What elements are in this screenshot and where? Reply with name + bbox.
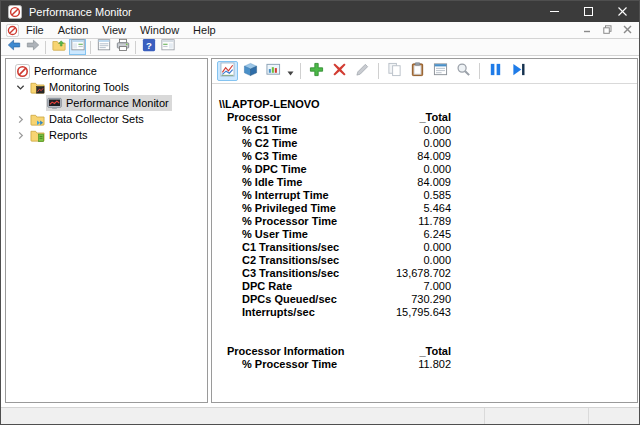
performance-root-icon (15, 64, 30, 79)
properties-icon (433, 62, 448, 81)
properties-button[interactable] (430, 61, 451, 81)
svg-text:?: ? (146, 40, 152, 51)
forward-icon (26, 38, 40, 56)
graph-type-dropdown-button[interactable] (285, 61, 296, 81)
report-section-gap (212, 319, 637, 345)
toolbar-separator (90, 41, 91, 54)
mdi-restore-button[interactable] (599, 24, 616, 37)
action-pane-toggle-button[interactable] (159, 39, 176, 55)
counter-object-value: _Total (352, 111, 451, 124)
main-toolbar: ? (1, 39, 639, 56)
counter-row-value: 5.464 (352, 202, 451, 215)
counter-row: % Processor Time11.802 (212, 358, 637, 371)
tree-item-body: Data Collector Sets (29, 111, 147, 127)
counter-row-value: 0.000 (352, 241, 451, 254)
mdi-minimize-button[interactable] (579, 24, 596, 37)
chevron-down-icon[interactable] (12, 79, 29, 95)
delete-icon (332, 62, 347, 81)
counter-row-value: 0.585 (352, 189, 451, 202)
change-graph-type-button[interactable] (263, 61, 284, 81)
menu-action[interactable]: Action (51, 24, 96, 36)
counter-row-label: C2 Transitions/sec (242, 254, 339, 266)
back-button[interactable] (5, 39, 22, 55)
tree-item-body: Performance (14, 63, 100, 79)
tree-item-label: Performance Monitor (66, 97, 169, 109)
tree-item-performance-monitor[interactable]: Performance Monitor (6, 95, 207, 111)
menu-file[interactable]: File (19, 24, 51, 36)
tree-item-performance[interactable]: Performance (6, 63, 207, 79)
counter-row-label: Interrupts/sec (242, 306, 315, 318)
counter-row: DPCs Queued/sec730.290 (212, 293, 637, 306)
folder-dcs-icon (30, 112, 45, 127)
counter-row-value: 11.802 (352, 358, 451, 371)
chevron-right-icon[interactable] (12, 111, 29, 127)
tree-selection: Performance Monitor (46, 95, 172, 111)
close-button[interactable] (605, 1, 639, 22)
maximize-button[interactable] (571, 1, 605, 22)
menu-view[interactable]: View (95, 24, 133, 36)
counter-row: % C2 Time0.000 (212, 137, 637, 150)
maximize-icon (583, 3, 594, 21)
menu-window[interactable]: Window (133, 24, 186, 36)
print-button[interactable] (114, 39, 131, 55)
counter-row: % Processor Time11.789 (212, 215, 637, 228)
delete-counter-button[interactable] (329, 61, 350, 81)
export-list-button[interactable] (95, 39, 112, 55)
minimize-icon (549, 3, 560, 21)
add-counter-button[interactable] (306, 61, 327, 81)
counter-row-label: % Privileged Time (242, 202, 336, 214)
minimize-button[interactable] (537, 1, 571, 22)
counter-row-label: DPCs Queued/sec (242, 293, 337, 305)
statusbar (1, 407, 639, 424)
view-log-data-button[interactable] (240, 61, 261, 81)
update-data-button[interactable] (508, 61, 529, 81)
counter-row-label: % C1 Time (242, 124, 297, 136)
chevron-right-icon[interactable] (12, 127, 29, 143)
console-tree-toggle-button[interactable] (69, 39, 86, 55)
counter-object-label: Processor Information (227, 345, 344, 357)
up-level-button[interactable] (50, 39, 67, 55)
zoom-magnifier-icon (456, 62, 471, 81)
counter-row: % DPC Time0.000 (212, 163, 637, 176)
counter-row-label: C3 Transitions/sec (242, 267, 339, 279)
highlight-button[interactable] (352, 61, 373, 81)
machine-name-label: \\LAPTOP-LENOVO (219, 98, 320, 110)
tree-item-monitoring-tools[interactable]: Monitoring Tools (6, 79, 207, 95)
view-current-activity-button[interactable] (217, 61, 238, 81)
view-current-activity-icon (220, 62, 235, 81)
menu-help[interactable]: Help (186, 24, 223, 36)
counter-object-value: _Total (352, 345, 451, 358)
counter-row-label: % C3 Time (242, 150, 297, 162)
counter-row-value: 11.789 (352, 215, 451, 228)
counter-row-value: 13,678.702 (352, 267, 451, 280)
console-tree-icon (71, 38, 85, 56)
report-toolbar-separator (479, 63, 480, 79)
tree-item-data-collector-sets[interactable]: Data Collector Sets (6, 111, 207, 127)
tree-item-reports[interactable]: Reports (6, 127, 207, 143)
counter-row-value: 6.245 (352, 228, 451, 241)
statusbar-segment (484, 408, 588, 424)
mdi-close-button[interactable] (619, 24, 636, 37)
console-tree-pane: PerformanceMonitoring ToolsPerformance M… (5, 58, 208, 403)
counter-row-label: % Idle Time (242, 176, 302, 188)
forward-button[interactable] (24, 39, 41, 55)
counter-row-label: DPC Rate (242, 280, 292, 292)
export-list-icon (97, 38, 111, 56)
paste-counter-list-button[interactable] (407, 61, 428, 81)
report-toolbar-separator (300, 63, 301, 79)
counter-row-label: % C2 Time (242, 137, 297, 149)
help-button[interactable]: ? (140, 39, 157, 55)
freeze-display-button[interactable] (485, 61, 506, 81)
performance-monitor-icon (8, 5, 22, 19)
copy-icon (387, 62, 402, 81)
snapin-icon (6, 24, 19, 37)
copy-properties-button[interactable] (384, 61, 405, 81)
counter-object: Processor Information_Total (212, 345, 637, 358)
pause-icon (488, 62, 503, 81)
counter-row: DPC Rate7.000 (212, 280, 637, 293)
zoom-button[interactable] (453, 61, 474, 81)
statusbar-segment (588, 408, 639, 424)
counter-row-label: % DPC Time (242, 163, 307, 175)
close-icon (617, 3, 628, 21)
report-pane: \\LAPTOP-LENOVOProcessor_Total% C1 Time0… (211, 58, 638, 403)
